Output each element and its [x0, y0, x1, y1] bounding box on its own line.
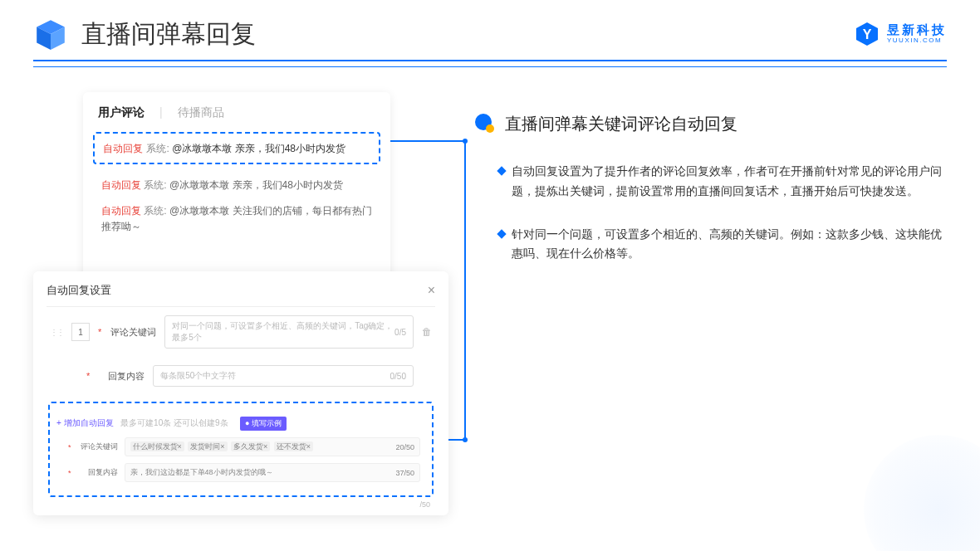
diamond-bullet-icon [497, 166, 506, 175]
brand-text: 昱新科技 YUUXIN.COM [887, 23, 947, 44]
comment-row: 自动回复 系统: @冰墩墩本墩 关注我们的店铺，每日都有热门推荐呦～ [98, 198, 375, 240]
required-mark: * [86, 371, 90, 381]
svg-text:Y: Y [863, 27, 872, 41]
system-label: 系统: [144, 179, 169, 191]
content-label: 回复内容 [98, 370, 145, 383]
chat-bubble-icon [473, 112, 497, 135]
placeholder-text: 每条限50个中文字符 [160, 370, 236, 382]
ex-content-label: 回复内容 [78, 467, 118, 478]
ex-keyword-label: 评论关键词 [78, 441, 118, 452]
example-highlight-box: + 增加自动回复 最多可建10条 还可以创建9条 ● 填写示例 * 评论关键词 … [48, 402, 434, 497]
settings-header: 自动回复设置 × [47, 283, 435, 307]
example-content-row: * 回复内容 亲，我们这边都是下单48小时内发货的哦～ 37/50 [56, 460, 425, 485]
example-keyword-row: * 评论关键词 什么时候发货× 发货时间× 多久发货× 还不发货× 20/50 [56, 434, 425, 460]
bullet-item: 针对同一个问题，可设置多个相近的、高频的关键词。例如：这款多少钱、这块能优惠吗、… [473, 225, 947, 265]
connector-line [389, 140, 465, 142]
ex-keyword-input[interactable]: 什么时候发货× 发货时间× 多久发货× 还不发货× 20/50 [125, 437, 420, 456]
connector-dot [463, 139, 468, 144]
keyword-row: ⋮⋮ 1 * 评论关键词 对同一个问题，可设置多个相近、高频的关键词，Tag确定… [47, 307, 435, 357]
auto-reply-tag: 自动回复 [103, 143, 143, 154]
example-badge: ● 填写示例 [240, 417, 287, 431]
tab-user-comments[interactable]: 用户评论 [98, 105, 145, 120]
main-content: 用户评论 | 待播商品 自动回复 系统: @冰墩墩本墩 亲亲，我们48小时内发货… [0, 67, 980, 287]
highlighted-auto-reply: 自动回复 系统: @冰墩墩本墩 亲亲，我们48小时内发货 [93, 132, 380, 164]
trailing-count: /50 [419, 500, 430, 509]
auto-reply-tag: 自动回复 [101, 205, 141, 217]
add-limit-note: 最多可建10条 还可以创建9条 [120, 418, 228, 427]
keyword-tag[interactable]: 什么时候发货× [130, 441, 184, 451]
left-column: 用户评论 | 待播商品 自动回复 系统: @冰墩墩本墩 亲亲，我们48小时内发货… [33, 92, 440, 287]
keyword-tag[interactable]: 多久发货× [231, 441, 270, 451]
delete-icon[interactable]: 🗑 [422, 326, 432, 338]
brand-hex-icon: Y [854, 21, 880, 47]
drag-handle-icon[interactable]: ⋮⋮ [50, 328, 63, 337]
ex-tags-container: 什么时候发货× 发货时间× 多久发货× 还不发货× [130, 441, 316, 452]
comment-row: 自动回复 系统: @冰墩墩本墩 亲亲，我们48小时内发货 [98, 173, 375, 198]
diamond-bullet-icon [497, 229, 506, 238]
placeholder-text: 对同一个问题，可设置多个相近、高频的关键词，Tag确定，最多5个 [172, 320, 394, 344]
char-count: 0/5 [394, 328, 406, 337]
bullet-text: 自动回复设置为了提升作者的评论回复效率，作者可在开播前针对常见的评论用户问题，提… [512, 162, 947, 202]
connector-line [464, 140, 466, 439]
ex-content-input[interactable]: 亲，我们这边都是下单48小时内发货的哦～ 37/50 [125, 463, 420, 482]
section-heading: 直播间弹幕关键词评论自动回复 [473, 112, 947, 135]
close-icon[interactable]: × [428, 283, 435, 298]
required-mark: * [98, 327, 101, 337]
keyword-label: 评论关键词 [110, 326, 156, 339]
auto-reply-tag: 自动回复 [101, 179, 141, 191]
brand-name-cn: 昱新科技 [887, 23, 947, 37]
brand-logo-block: Y 昱新科技 YUUXIN.COM [854, 21, 947, 47]
settings-title: 自动回复设置 [47, 283, 111, 298]
keyword-tag[interactable]: 发货时间× [188, 441, 227, 451]
content-input[interactable]: 每条限50个中文字符 0/50 [153, 365, 414, 387]
system-label: 系统: [144, 205, 169, 217]
brand-name-en: YUUXIN.COM [887, 37, 947, 45]
cube-icon [33, 17, 68, 51]
char-count: 0/50 [390, 372, 406, 381]
svg-point-6 [486, 124, 494, 133]
add-auto-reply-link[interactable]: + 增加自动回复 [56, 418, 114, 427]
decorative-corner-arc [864, 435, 980, 551]
comment-tabs: 用户评论 | 待播商品 [98, 105, 375, 129]
section-title: 直播间弹幕关键词评论自动回复 [505, 113, 737, 135]
reply-message: @冰墩墩本墩 关注我们的店铺，每日都有热门推荐呦～ [101, 205, 372, 232]
header-rule-thick [33, 60, 947, 61]
system-label: 系统: [146, 143, 172, 154]
auto-reply-settings-panel: 自动回复设置 × ⋮⋮ 1 * 评论关键词 对同一个问题，可设置多个相近、高频的… [33, 271, 448, 515]
required-mark: * [68, 469, 71, 477]
content-row: * 回复内容 每条限50个中文字符 0/50 [47, 357, 435, 395]
page-header: 直播间弹幕回复 Y 昱新科技 YUUXIN.COM [0, 0, 980, 60]
ex-content-text: 亲，我们这边都是下单48小时内发货的哦～ [130, 467, 273, 478]
connector-dot [463, 437, 468, 442]
required-mark: * [68, 443, 71, 451]
tab-pending-goods[interactable]: 待播商品 [178, 105, 224, 120]
right-column: 直播间弹幕关键词评论自动回复 自动回复设置为了提升作者的评论回复效率，作者可在开… [473, 92, 947, 287]
keyword-input[interactable]: 对同一个问题，可设置多个相近、高频的关键词，Tag确定，最多5个 0/5 [164, 315, 414, 349]
char-count: 37/50 [395, 469, 414, 477]
page-title: 直播间弹幕回复 [81, 17, 256, 51]
index-box: 1 [71, 323, 90, 341]
bullet-text: 针对同一个问题，可设置多个相近的、高频的关键词。例如：这款多少钱、这块能优惠吗、… [512, 225, 947, 265]
bullet-item: 自动回复设置为了提升作者的评论回复效率，作者可在开播前针对常见的评论用户问题，提… [473, 162, 947, 202]
char-count: 20/50 [395, 443, 414, 451]
keyword-tag[interactable]: 还不发货× [274, 441, 313, 451]
reply-message: @冰墩墩本墩 亲亲，我们48小时内发货 [172, 143, 345, 154]
reply-message: @冰墩墩本墩 亲亲，我们48小时内发货 [169, 179, 343, 191]
header-left: 直播间弹幕回复 [33, 17, 256, 51]
